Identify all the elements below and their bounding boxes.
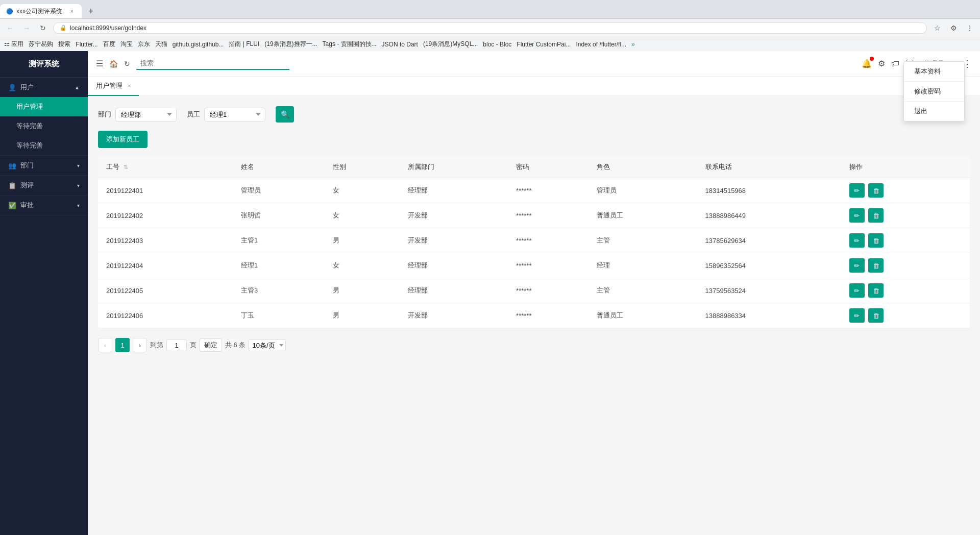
chevron-up-icon: ▲ <box>75 85 80 90</box>
browser-tab[interactable]: 🔵 xxx公司测评系统 × <box>0 4 82 18</box>
filter-dept: 部门 经理部 开发部 测试部 <box>98 108 177 121</box>
page-size-select[interactable]: 10条/页 20条/页 50条/页 <box>249 339 286 351</box>
sidebar-item-user-mgmt-label: 用户管理 <box>16 102 43 111</box>
cell-dept-1: 开发部 <box>400 203 508 228</box>
col-header-id[interactable]: 工号 ⇅ <box>98 156 233 178</box>
cell-id-2: 2019122403 <box>98 228 233 253</box>
cell-name-2: 主管1 <box>233 228 325 253</box>
browser-chrome: 🔵 xxx公司测评系统 × + ← → ↻ 🔒 localhost:8999/u… <box>0 0 980 51</box>
bookmark-custom[interactable]: Flutter CustomPai... <box>517 41 571 48</box>
table-body: 2019122401 管理员 女 经理部 ****** 管理员 18314515… <box>98 178 970 328</box>
bookmark-snmall[interactable]: 苏宁易购 <box>29 40 53 48</box>
cell-dept-2: 开发部 <box>400 228 508 253</box>
home-button[interactable]: 🏠 <box>109 60 118 68</box>
bookmark-msg1[interactable]: (19条消息)推荐一... <box>264 40 317 48</box>
delete-button-3[interactable]: 🗑 <box>868 258 884 273</box>
bookmark-search[interactable]: 搜索 <box>58 40 70 48</box>
tag-button[interactable]: 🏷 <box>891 59 899 68</box>
emp-filter-label: 员工 <box>187 110 200 119</box>
prev-page-button[interactable]: ‹ <box>98 338 112 352</box>
url-bar[interactable]: 🔒 localhost:8999/user/goIndex <box>53 22 927 34</box>
refresh-button[interactable]: ↻ <box>124 60 130 68</box>
edit-button-3[interactable]: ✏ <box>849 258 865 273</box>
table-row: 2019122405 主管3 男 经理部 ****** 主管 137595635… <box>98 278 970 303</box>
sidebar-item-dept[interactable]: 👥 部门 ▾ <box>0 156 88 175</box>
col-header-role: 角色 <box>589 156 697 178</box>
search-input[interactable] <box>136 57 289 70</box>
bookmark-baidu[interactable]: 百度 <box>103 40 115 48</box>
tab-user-mgmt-label: 用户管理 <box>96 81 122 90</box>
col-header-phone: 联系电话 <box>697 156 841 178</box>
filter-emp: 员工 经理1 经理2 管理员 主管1 <box>187 108 265 121</box>
edit-button-4[interactable]: ✏ <box>849 283 865 298</box>
sidebar-item-user-mgmt[interactable]: 用户管理 <box>0 97 88 116</box>
dept-filter-select[interactable]: 经理部 开发部 测试部 <box>115 108 177 121</box>
delete-button-2[interactable]: 🗑 <box>868 233 884 248</box>
dropdown-item-logout[interactable]: 退出 <box>904 102 964 121</box>
admin-dropdown-menu: 基本资料 修改密码 退出 <box>903 61 965 121</box>
bookmark-index[interactable]: Index of /flutter/fl... <box>576 41 626 48</box>
delete-button-4[interactable]: 🗑 <box>868 283 884 298</box>
table-row: 2019122401 管理员 女 经理部 ****** 管理员 18314515… <box>98 178 970 203</box>
extension-btn[interactable]: ⚙ <box>947 22 960 34</box>
cell-role-3: 经理 <box>589 253 697 278</box>
cell-gender-0: 女 <box>325 178 400 203</box>
sidebar-item-pending1[interactable]: 等待完善 <box>0 116 88 136</box>
tab-close-btn[interactable]: × <box>68 8 76 15</box>
edit-button-2[interactable]: ✏ <box>849 233 865 248</box>
cell-role-5: 普通员工 <box>589 303 697 328</box>
notification-button[interactable]: 🔔 <box>862 59 872 68</box>
tab-title: xxx公司测评系统 <box>16 7 62 16</box>
emp-filter-select[interactable]: 经理1 经理2 管理员 主管1 <box>204 108 265 121</box>
delete-button-5[interactable]: 🗑 <box>868 308 884 323</box>
bookmark-flui[interactable]: 指南 | FLUI <box>229 40 259 48</box>
back-button[interactable]: ← <box>4 22 16 34</box>
bookmark-taobao[interactable]: 淘宝 <box>120 40 133 48</box>
tab-close-icon[interactable]: × <box>128 83 131 89</box>
menu-toggle-button[interactable]: ☰ <box>96 59 103 68</box>
sidebar-item-approval[interactable]: ✅ 审批 ▾ <box>0 196 88 215</box>
bookmark-bloc[interactable]: bloc - Bloc <box>483 41 511 48</box>
col-header-gender: 性别 <box>325 156 400 178</box>
delete-button-0[interactable]: 🗑 <box>868 183 884 198</box>
bookmark-apps[interactable]: ⚏ 应用 <box>4 40 23 48</box>
bookmark-jd[interactable]: 京东 <box>138 40 150 48</box>
add-employee-label: 添加新员工 <box>106 135 139 144</box>
bookmark-github[interactable]: github.gist.github... <box>173 41 224 48</box>
star-button[interactable]: ☆ <box>931 22 943 34</box>
cell-gender-1: 女 <box>325 203 400 228</box>
table-row: 2019122402 张明哲 女 开发部 ****** 普通员工 1388898… <box>98 203 970 228</box>
cell-action-5: ✏ 🗑 <box>841 303 970 328</box>
add-employee-button[interactable]: 添加新员工 <box>98 131 148 148</box>
bookmark-flutter[interactable]: Flutter... <box>76 41 97 48</box>
bookmark-mysql[interactable]: (19条消息)MySQL... <box>423 40 478 48</box>
sidebar-item-review[interactable]: 📋 测评 ▾ <box>0 176 88 195</box>
tab-user-mgmt[interactable]: 用户管理 × <box>88 77 139 96</box>
dropdown-item-change-password[interactable]: 修改密码 <box>904 82 964 101</box>
reload-button[interactable]: ↻ <box>37 22 49 34</box>
edit-button-5[interactable]: ✏ <box>849 308 865 323</box>
col-header-action: 操作 <box>841 156 970 178</box>
search-button[interactable]: 🔍 <box>276 106 294 123</box>
cell-password-0: ****** <box>508 178 589 203</box>
page-1-button[interactable]: 1 <box>115 338 130 352</box>
dropdown-item-profile[interactable]: 基本资料 <box>904 62 964 81</box>
edit-button-0[interactable]: ✏ <box>849 183 865 198</box>
more-options-btn[interactable]: ⋮ <box>964 22 976 34</box>
sidebar-item-user[interactable]: 👤 用户 ▲ <box>0 78 88 97</box>
bookmark-json[interactable]: JSON to Dart <box>382 41 418 48</box>
settings-button[interactable]: ⚙ <box>878 59 885 68</box>
sidebar-item-pending2[interactable]: 等待完善 <box>0 136 88 155</box>
bookmark-tags[interactable]: Tags - 贾圈圈的技... <box>323 40 377 48</box>
page-confirm-button[interactable]: 确定 <box>200 338 222 352</box>
edit-button-1[interactable]: ✏ <box>849 208 865 223</box>
new-tab-button[interactable]: + <box>84 4 98 18</box>
delete-button-1[interactable]: 🗑 <box>868 208 884 223</box>
next-page-button[interactable]: › <box>133 338 147 352</box>
bookmark-tmall[interactable]: 天猫 <box>155 40 167 48</box>
forward-button[interactable]: → <box>20 22 33 34</box>
page-goto-input[interactable] <box>166 339 187 351</box>
tab-bar: 🔵 xxx公司测评系统 × + <box>0 0 980 18</box>
cell-role-4: 主管 <box>589 278 697 303</box>
bookmarks-more[interactable]: » <box>631 41 635 48</box>
